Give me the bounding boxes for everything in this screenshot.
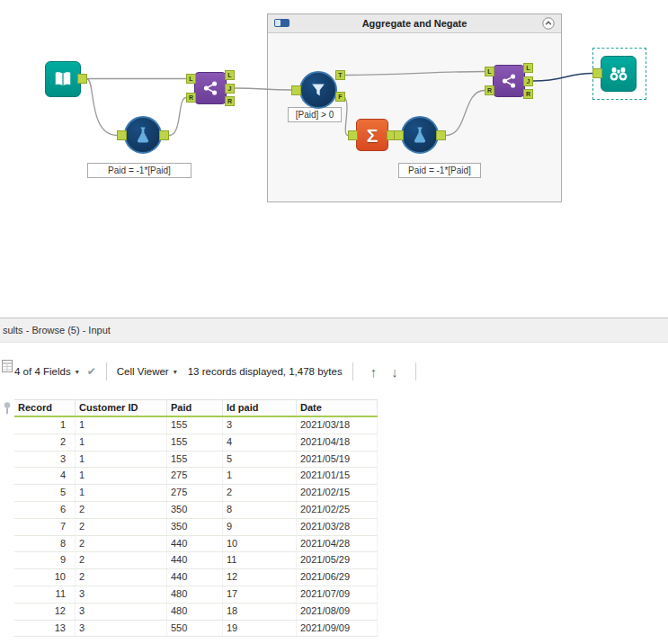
table-cell: 10 — [14, 569, 76, 586]
input-anchor-right[interactable]: R — [485, 85, 494, 95]
table-cell: 9 — [223, 519, 297, 535]
table-cell: 8 — [14, 536, 76, 552]
table-cell: 2021/01/15 — [297, 468, 378, 484]
cell-viewer-dropdown[interactable]: Cell Viewer ▾ — [117, 366, 177, 377]
output-anchor[interactable] — [159, 130, 169, 140]
table-cell: 2021/09/09 — [297, 621, 378, 637]
output-anchor-left[interactable]: L — [523, 63, 533, 73]
table-cell: 275 — [167, 485, 223, 501]
formula-tool-1[interactable] — [124, 116, 162, 154]
table-cell: 7 — [14, 519, 76, 535]
binoculars-icon — [601, 56, 637, 92]
output-anchor-false[interactable]: F — [335, 92, 345, 102]
table-cell: 3 — [76, 621, 167, 637]
input-anchor[interactable] — [394, 130, 404, 140]
table-row[interactable]: 1115532021/03/18 — [14, 417, 378, 434]
tool-container-header[interactable]: Aggregate and Negate — [268, 14, 561, 33]
chevron-down-icon: ▾ — [174, 368, 177, 376]
output-anchor-left[interactable]: L — [225, 70, 235, 80]
connection[interactable] — [169, 98, 186, 136]
connection[interactable] — [87, 79, 117, 136]
table-row[interactable]: 7235092021/03/28 — [14, 519, 378, 536]
table-cell: 1 — [76, 468, 167, 484]
column-header-record[interactable]: Record — [14, 400, 76, 416]
table-cell: 2021/04/18 — [297, 434, 378, 451]
table-cell: 155 — [167, 452, 223, 468]
flask-icon — [401, 116, 439, 154]
browse-tool[interactable] — [601, 56, 637, 92]
filter-tool[interactable]: T F — [299, 71, 337, 109]
workflow-canvas[interactable]: Aggregate and Negate — [0, 0, 668, 318]
table-row[interactable]: 2115542021/04/18 — [14, 434, 378, 452]
table-row[interactable]: 123480182021/08/09 — [14, 604, 378, 621]
table-cell: 2 — [76, 536, 167, 552]
join-tool-2[interactable]: L R L J R — [493, 65, 525, 97]
table-cell: 2021/02/15 — [297, 485, 378, 501]
table-row[interactable]: 6235082021/02/25 — [14, 502, 378, 519]
container-collapse-button[interactable] — [542, 17, 555, 30]
down-arrow-button[interactable]: ↓ — [391, 365, 398, 379]
input-anchor-right[interactable]: R — [186, 93, 196, 103]
apply-check-icon[interactable]: ✔ — [87, 365, 96, 378]
output-anchor-join[interactable]: J — [225, 84, 235, 94]
column-header-id-paid[interactable]: Id paid — [223, 400, 297, 416]
results-panel: sults - Browse (5) - Input 4 of 4 Fields… — [0, 318, 668, 644]
table-cell: 480 — [167, 604, 223, 620]
annotation-formula-1[interactable]: Paid = -1*[Paid] — [87, 163, 191, 178]
input-data-tool[interactable] — [45, 61, 81, 97]
column-header-date[interactable]: Date — [297, 400, 378, 416]
output-anchor[interactable] — [436, 130, 446, 140]
column-header-paid[interactable]: Paid — [167, 400, 223, 416]
results-titlebar[interactable]: sults - Browse (5) - Input — [0, 318, 668, 343]
table-cell: 2021/08/09 — [297, 604, 378, 620]
table-cell: 2 — [76, 569, 167, 586]
up-arrow-button[interactable]: ↑ — [370, 365, 378, 379]
table-cell: 2 — [76, 502, 167, 518]
table-cell: 2021/05/29 — [297, 552, 378, 568]
table-row[interactable]: 3115552021/05/19 — [14, 452, 378, 469]
annotation-formula-2[interactable]: Paid = -1*[Paid] — [398, 163, 481, 178]
table-cell: 155 — [167, 434, 223, 451]
output-anchor-join[interactable]: J — [523, 76, 533, 86]
output-anchor-true[interactable]: T — [335, 70, 345, 80]
chevron-up-icon — [542, 17, 555, 30]
toolbar-separator — [106, 362, 107, 380]
input-anchor-left[interactable]: L — [485, 67, 494, 76]
pin-icon[interactable] — [3, 401, 12, 418]
fields-dropdown[interactable]: 4 of 4 Fields ▾ — [14, 366, 79, 377]
formula-tool-2[interactable] — [401, 116, 439, 154]
table-cell: 550 — [167, 621, 223, 637]
table-cell: 2 — [76, 519, 167, 535]
output-anchor-right[interactable]: R — [523, 89, 533, 99]
funnel-icon — [299, 71, 337, 109]
table-row[interactable]: 82440102021/04/28 — [14, 536, 378, 553]
table-row[interactable]: 92440112021/05/29 — [14, 552, 378, 569]
annotation-filter[interactable]: [Paid] > 0 — [288, 107, 342, 122]
summarize-tool[interactable]: Σ — [356, 119, 388, 151]
join-tool-1[interactable]: L R L J R — [194, 72, 227, 104]
table-row[interactable]: 4127512021/01/15 — [14, 468, 378, 485]
input-anchor[interactable] — [348, 130, 358, 140]
input-anchor[interactable] — [117, 130, 127, 140]
output-anchor[interactable] — [77, 74, 87, 84]
table-cell: 17 — [223, 586, 297, 603]
table-cell: 2 — [223, 485, 297, 501]
table-cell: 350 — [167, 519, 223, 535]
column-header-customer-id[interactable]: Customer ID — [76, 400, 167, 416]
table-cell: 3 — [76, 604, 167, 620]
table-header: Record Customer ID Paid Id paid Date — [14, 399, 378, 417]
table-row[interactable]: 113480172021/07/09 — [14, 586, 378, 604]
input-anchor-left[interactable]: L — [186, 74, 196, 84]
output-anchor-right[interactable]: R — [225, 96, 235, 106]
table-view-icon[interactable] — [2, 360, 13, 376]
records-info: 13 records displayed, 1,478 bytes — [188, 366, 343, 377]
table-cell: 275 — [167, 468, 223, 484]
table-row[interactable]: 133550192021/09/09 — [14, 621, 378, 638]
table-cell: 3 — [76, 586, 167, 603]
table-cell: 2021/03/18 — [297, 417, 378, 434]
input-anchor[interactable] — [592, 68, 602, 78]
input-anchor[interactable] — [291, 85, 301, 95]
table-row[interactable]: 5127522021/02/15 — [14, 485, 378, 502]
table-row[interactable]: 102440122021/06/29 — [14, 569, 378, 586]
table-cell: 5 — [223, 452, 297, 468]
